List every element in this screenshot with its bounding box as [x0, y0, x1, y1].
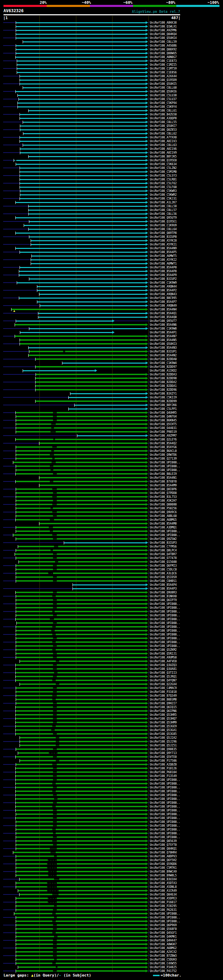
alignment-bar[interactable]: [29, 355, 146, 356]
alignment-bar[interactable]: [16, 321, 112, 321]
alignment-bar[interactable]: [23, 122, 146, 123]
hit-label[interactable]: UniRef100_B0EGM8: [150, 698, 176, 701]
hit-label[interactable]: UniRef100_UPI000..: [150, 622, 180, 625]
alignment-bar[interactable]: [16, 202, 146, 203]
alignment-bar[interactable]: [16, 863, 146, 865]
alignment-bar[interactable]: [16, 943, 146, 945]
alignment-bar[interactable]: [32, 256, 146, 256]
hit-label[interactable]: UniRef100_Q7SYT0: [150, 843, 176, 846]
hit-label[interactable]: UniRef100_A2VCX2: [150, 950, 176, 954]
alignment-bar[interactable]: [16, 530, 146, 532]
hit-label[interactable]: UniRef100_B3IUP2: [150, 277, 176, 280]
alignment-bar[interactable]: [16, 592, 146, 593]
hit-label[interactable]: UniRef100_A0N0G7: [150, 56, 176, 59]
hit-label[interactable]: UniRef100_Q568F0: [150, 928, 176, 931]
hit-label[interactable]: UniRef100_Q4N7U4: [150, 415, 176, 418]
alignment-bar[interactable]: [29, 213, 146, 215]
hit-label[interactable]: UniRef100_A0DPV3: [150, 855, 176, 858]
alignment-bar[interactable]: [16, 473, 146, 474]
alignment-bar[interactable]: [16, 248, 146, 249]
alignment-bar[interactable]: [17, 64, 146, 65]
alignment-bar[interactable]: [39, 317, 146, 318]
hit-label[interactable]: UniRef100_Q0Z853: [150, 128, 176, 131]
hit-label[interactable]: UniRef100_Q9H2I7: [150, 702, 176, 705]
alignment-bar[interactable]: [35, 366, 146, 368]
hit-label[interactable]: UniRef100_C7YMS6: [150, 545, 176, 548]
alignment-bar[interactable]: [37, 290, 146, 291]
alignment-bar[interactable]: [20, 80, 146, 81]
hit-label[interactable]: UniRef100_Q5UHI6: [150, 90, 176, 93]
hit-label[interactable]: UniRef100_UPI000..: [150, 782, 180, 785]
hit-label[interactable]: UniRef100_UPI000..: [150, 461, 180, 464]
alignment-bar[interactable]: [18, 107, 146, 107]
alignment-bar[interactable]: [16, 970, 146, 972]
hit-label[interactable]: UniRef100_UPI000..: [150, 614, 180, 617]
alignment-bar[interactable]: [29, 156, 146, 157]
alignment-bar[interactable]: [16, 557, 146, 558]
alignment-bar[interactable]: [16, 657, 146, 658]
alignment-bar[interactable]: [16, 573, 146, 574]
hit-label[interactable]: UniRef100_C0LL63: [150, 143, 176, 147]
hit-label[interactable]: UniRef100_C1E873: [150, 59, 176, 62]
alignment-bar[interactable]: [16, 550, 146, 551]
hit-label[interactable]: UniRef100_A5DTA3: [150, 881, 176, 885]
alignment-bar[interactable]: [16, 668, 146, 670]
alignment-bar[interactable]: [20, 148, 146, 150]
hit-label[interactable]: UniRef100_A2AX44: [150, 75, 176, 78]
alignment-bar[interactable]: [16, 638, 146, 639]
hit-label[interactable]: UniRef100_Q9Y713: [150, 752, 176, 755]
hit-label[interactable]: UniRef100_UPI000..: [150, 530, 180, 533]
hit-label[interactable]: UniRef100_P16017: [150, 901, 176, 904]
hit-label[interactable]: UniRef100_Q5J296: [150, 740, 176, 743]
hit-label[interactable]: UniRef100_B5A4P2: [150, 289, 176, 292]
hit-label[interactable]: UniRef100_Q1WLX1: [150, 25, 176, 28]
hit-label[interactable]: UniRef100_C5DLC0: [150, 568, 176, 571]
hit-label[interactable]: UniRef100_C1K9U9: [150, 224, 176, 227]
alignment-bar[interactable]: [16, 959, 146, 960]
alignment-bar[interactable]: [75, 405, 146, 406]
hit-label[interactable]: UniRef100_Q00X92: [150, 48, 176, 51]
alignment-bar[interactable]: [20, 745, 146, 746]
hit-label[interactable]: UniRef100_C0LL57: [150, 208, 176, 212]
hit-label[interactable]: UniRef100_Q5J251: [150, 744, 176, 747]
hit-label[interactable]: UniRef100_Q53G85: [150, 732, 176, 736]
alignment-bar[interactable]: [16, 901, 146, 903]
alignment-bar[interactable]: [16, 909, 146, 910]
hit-label[interactable]: UniRef100_A3LQC6: [150, 572, 176, 575]
hit-label[interactable]: UniRef100_UPI000..: [150, 641, 180, 644]
alignment-bar[interactable]: [16, 420, 146, 421]
alignment-bar[interactable]: [16, 595, 146, 597]
alignment-bar[interactable]: [16, 810, 146, 811]
alignment-bar[interactable]: [35, 377, 146, 379]
alignment-bar[interactable]: [40, 305, 146, 306]
alignment-bar[interactable]: [16, 676, 146, 677]
hit-label[interactable]: UniRef100_Q5UHI5: [150, 83, 176, 86]
alignment-bar[interactable]: [16, 806, 146, 807]
hit-label[interactable]: UniRef100_A8HX38: [150, 21, 176, 24]
hit-label[interactable]: UniRef100_B2DDA0: [150, 358, 176, 361]
alignment-bar[interactable]: [20, 252, 146, 253]
alignment-bar[interactable]: [16, 897, 146, 899]
alignment-bar[interactable]: [16, 772, 146, 773]
alignment-bar[interactable]: [39, 442, 146, 444]
alignment-bar[interactable]: [16, 458, 146, 459]
alignment-bar[interactable]: [16, 825, 146, 826]
hit-label[interactable]: UniRef100_C5LF60: [150, 186, 176, 189]
hit-label[interactable]: UniRef100_Q27139: [150, 457, 176, 460]
alignment-bar[interactable]: [35, 401, 146, 402]
hit-label[interactable]: UniRef100_C1K9W4: [150, 361, 176, 365]
alignment-bar[interactable]: [31, 263, 146, 264]
alignment-bar[interactable]: [16, 856, 146, 857]
hit-label[interactable]: UniRef100_UPI000..: [150, 644, 180, 648]
hit-label[interactable]: UniRef100_B5A4Q0: [150, 316, 176, 319]
hit-label[interactable]: UniRef100_P31018: [150, 690, 176, 694]
alignment-bar[interactable]: [18, 95, 146, 96]
hit-label[interactable]: UniRef100_Q59QD6: [150, 862, 176, 865]
hit-label[interactable]: UniRef100_A9QN49: [150, 304, 176, 307]
alignment-bar[interactable]: [16, 921, 146, 922]
hit-label[interactable]: UniRef100_C1MT59: [150, 67, 176, 70]
alignment-bar[interactable]: [39, 313, 146, 314]
hit-label[interactable]: UniRef100_A9ZPM6: [150, 29, 176, 32]
hit-label[interactable]: UniRef100_C5K634: [150, 163, 176, 166]
alignment-bar[interactable]: [16, 412, 146, 414]
